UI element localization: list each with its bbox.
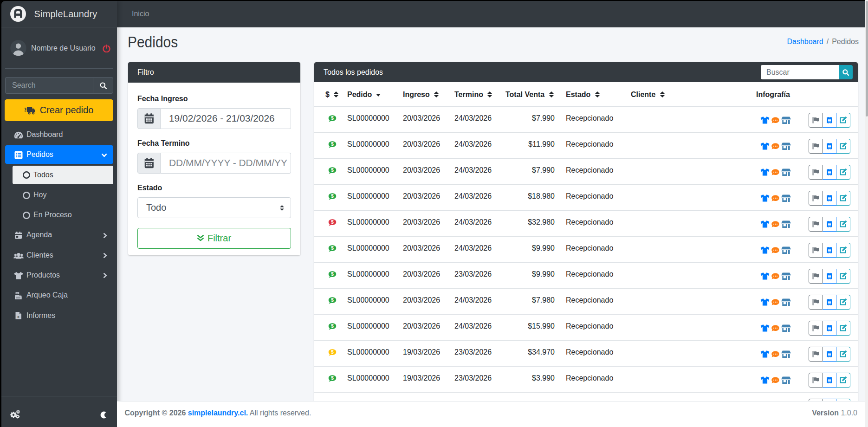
svg-text:$: $ (331, 349, 334, 355)
svg-text:$: $ (331, 220, 334, 225)
svg-text:$: $ (331, 323, 334, 329)
svg-text:$: $ (331, 116, 334, 121)
svg-text:$: $ (331, 375, 334, 381)
svg-text:$: $ (331, 194, 334, 199)
svg-text:x: x (17, 315, 19, 319)
svg-text:$: $ (331, 298, 334, 303)
svg-text:$: $ (331, 272, 334, 277)
svg-text:$: $ (331, 142, 334, 147)
svg-text:$: $ (331, 246, 334, 251)
svg-text:$: $ (331, 168, 334, 173)
